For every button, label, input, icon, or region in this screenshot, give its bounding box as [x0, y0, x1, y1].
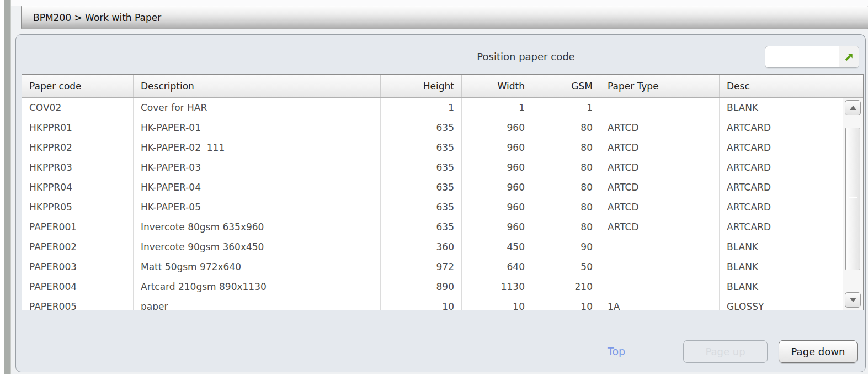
cell-paper_code: PAPER005 [22, 297, 134, 310]
page-down-button[interactable]: Page down [779, 340, 858, 363]
table-row[interactable]: PAPER003Matt 50gsm 972x64097264050BLANK [22, 257, 843, 277]
table-body: COV02Cover for HAR111BLANKHKPPR01HK-PAPE… [22, 98, 843, 310]
cell-gsm: 80 [532, 157, 600, 177]
table-row[interactable]: HKPPR05HK-PAPER-0563596080ARTCDARTCARD [22, 197, 843, 217]
triangle-down-icon [850, 298, 856, 302]
table-row[interactable]: HKPPR02HK-PAPER-02 11163596080ARTCDARTCA… [22, 138, 843, 157]
column-header-paper_type[interactable]: Paper Type [600, 75, 720, 97]
scroll-down-button[interactable] [845, 292, 861, 308]
cell-paper_code: PAPER004 [22, 277, 134, 297]
cell-desc: ARTCARD [720, 217, 843, 237]
column-header-height[interactable]: Height [381, 75, 462, 97]
cell-height: 635 [381, 157, 462, 177]
column-header-gsm[interactable]: GSM [532, 75, 600, 97]
cell-width: 960 [462, 138, 532, 157]
table-row[interactable]: COV02Cover for HAR111BLANK [22, 98, 843, 118]
table-row[interactable]: PAPER005paper1010101AGLOSSY [22, 297, 843, 310]
table-row[interactable]: HKPPR03HK-PAPER-0363596080ARTCDARTCARD [22, 157, 843, 177]
cell-description: HK-PAPER-04 [134, 177, 381, 197]
table-row[interactable]: PAPER001Invercote 80gsm 635x96063596080A… [22, 217, 843, 237]
cell-width: 1 [462, 98, 532, 118]
column-header-paper_code[interactable]: Paper code [22, 75, 134, 97]
cell-description: Cover for HAR [134, 98, 381, 118]
cell-width: 960 [462, 197, 532, 217]
position-paper-code-field [765, 46, 859, 68]
cell-paper_code: HKPPR02 [22, 138, 134, 157]
cell-desc: ARTCARD [720, 138, 843, 157]
triangle-up-icon [850, 106, 856, 110]
table-header-row: Paper codeDescriptionHeightWidthGSMPaper… [22, 75, 863, 98]
cell-height: 1 [381, 98, 462, 118]
cell-gsm: 90 [532, 237, 600, 257]
cell-height: 972 [381, 257, 462, 277]
cell-height: 890 [381, 277, 462, 297]
cell-desc: ARTCARD [720, 177, 843, 197]
cell-width: 640 [462, 257, 532, 277]
cell-paper_type: ARTCD [600, 197, 720, 217]
titlebar: BPM200 > Work with Paper [21, 6, 868, 29]
top-strip [11, 0, 868, 6]
cell-height: 635 [381, 177, 462, 197]
cell-height: 360 [381, 237, 462, 257]
cell-desc: BLANK [720, 237, 843, 257]
cell-gsm: 80 [532, 217, 600, 237]
cell-height: 635 [381, 118, 462, 138]
cell-width: 960 [462, 177, 532, 197]
table-row[interactable]: PAPER004Artcard 210gsm 890x1130890113021… [22, 277, 843, 297]
cell-paper_code: PAPER003 [22, 257, 134, 277]
scrollbar-track[interactable] [845, 118, 861, 290]
page-up-button[interactable]: Page up [683, 340, 768, 363]
table-row[interactable]: HKPPR01HK-PAPER-0163596080ARTCDARTCARD [22, 118, 843, 138]
cell-height: 635 [381, 138, 462, 157]
column-header-description[interactable]: Description [134, 75, 381, 97]
cell-description: Matt 50gsm 972x640 [134, 257, 381, 277]
position-paper-code-input[interactable] [765, 46, 839, 67]
go-arrow-icon[interactable] [839, 46, 859, 67]
cell-paper_type [600, 98, 720, 118]
vertical-scrollbar[interactable] [843, 98, 863, 310]
cell-width: 960 [462, 217, 532, 237]
scrollbar-thumb[interactable] [845, 128, 860, 270]
cell-paper_type [600, 277, 720, 297]
cell-width: 1130 [462, 277, 532, 297]
column-header-desc[interactable]: Desc [720, 75, 843, 97]
top-link[interactable]: Top [608, 340, 625, 363]
cell-paper_type: ARTCD [600, 138, 720, 157]
cell-desc: ARTCARD [720, 157, 843, 177]
cell-desc: BLANK [720, 257, 843, 277]
main-panel: Position paper code Paper codeDescriptio… [15, 34, 866, 372]
cell-description: HK-PAPER-01 [134, 118, 381, 138]
cell-paper_type: ARTCD [600, 157, 720, 177]
breadcrumb: BPM200 > Work with Paper [33, 12, 161, 23]
cell-paper_type [600, 257, 720, 277]
cell-desc: BLANK [720, 98, 843, 118]
position-paper-code-label: Position paper code [477, 46, 574, 68]
cell-gsm: 80 [532, 197, 600, 217]
cell-paper_code: HKPPR05 [22, 197, 134, 217]
cell-width: 10 [462, 297, 532, 310]
cell-paper_code: HKPPR04 [22, 177, 134, 197]
cell-width: 450 [462, 237, 532, 257]
cell-description: Artcard 210gsm 890x1130 [134, 277, 381, 297]
column-header-width[interactable]: Width [462, 75, 532, 97]
scroll-up-button[interactable] [845, 100, 861, 115]
cell-desc: ARTCARD [720, 197, 843, 217]
cell-description: HK-PAPER-05 [134, 197, 381, 217]
cell-description: HK-PAPER-02 111 [134, 138, 381, 157]
paper-table: Paper codeDescriptionHeightWidthGSMPaper… [22, 74, 864, 310]
cell-paper_type: ARTCD [600, 217, 720, 237]
cell-height: 635 [381, 197, 462, 217]
table-row[interactable]: PAPER002Invercote 90gsm 360x45036045090B… [22, 237, 843, 257]
cell-width: 960 [462, 157, 532, 177]
cell-gsm: 1 [532, 98, 600, 118]
cell-height: 635 [381, 217, 462, 237]
table-row[interactable]: HKPPR04HK-PAPER-0463596080ARTCDARTCARD [22, 177, 843, 197]
left-white-strip [0, 0, 4, 374]
cell-gsm: 10 [532, 297, 600, 310]
cell-gsm: 80 [532, 177, 600, 197]
cell-paper_code: COV02 [22, 98, 134, 118]
cell-height: 10 [381, 297, 462, 310]
cell-paper_code: HKPPR01 [22, 118, 134, 138]
cell-paper_code: HKPPR03 [22, 157, 134, 177]
left-rail [4, 0, 11, 374]
